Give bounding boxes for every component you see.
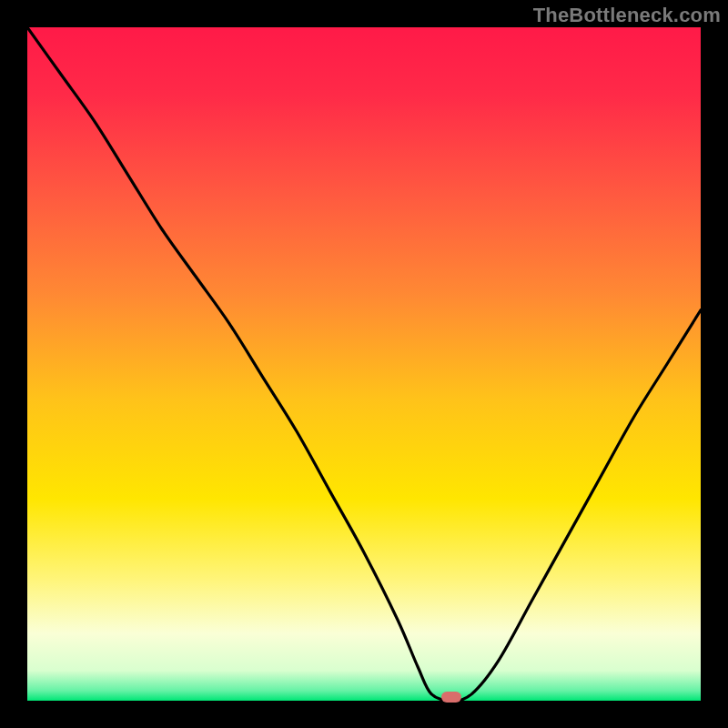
chart-frame: TheBottleneck.com xyxy=(0,0,728,728)
plot-area xyxy=(27,27,701,701)
watermark-label: TheBottleneck.com xyxy=(533,4,721,27)
bottleneck-curve xyxy=(27,27,701,701)
optimal-point-marker xyxy=(441,692,461,703)
